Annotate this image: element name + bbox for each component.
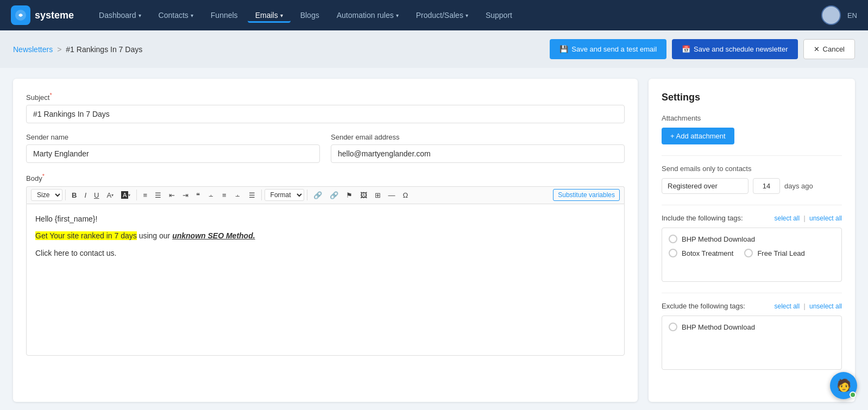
cancel-button[interactable]: ✕ Cancel [803, 39, 855, 59]
language-selector[interactable]: EN [847, 11, 857, 20]
divider [662, 205, 842, 205]
chat-widget[interactable]: 🧑 [830, 372, 857, 399]
nav-support[interactable]: Support [478, 8, 520, 23]
size-select[interactable]: Size [31, 189, 62, 201]
include-select-all-link[interactable]: select all [774, 215, 800, 222]
logo-name: systeme [35, 10, 74, 21]
toolbar-divider [261, 190, 262, 200]
exclude-unselect-all-link[interactable]: unselect all [809, 302, 842, 310]
exclude-tag-bhp-label: BHP Method Download [682, 323, 755, 331]
special-char-button[interactable]: Ω [400, 189, 412, 201]
registered-over-input[interactable] [662, 178, 749, 194]
substitute-variables-button[interactable]: Substitute variables [553, 189, 620, 201]
nav-dashboard[interactable]: Dashboard ▾ [91, 8, 149, 23]
send-condition-section: Send emails only to contacts days ago [662, 165, 842, 194]
logo[interactable]: systeme [11, 5, 74, 25]
include-unselect-all-link[interactable]: unselect all [809, 215, 842, 222]
sender-name-label: Sender name [26, 133, 320, 141]
nav-automation[interactable]: Automation rules ▾ [329, 8, 406, 23]
italic-button[interactable]: I [81, 189, 90, 201]
nav-contacts[interactable]: Contacts ▾ [151, 8, 201, 23]
underline-button[interactable]: U [91, 189, 102, 201]
nav-funnels[interactable]: Funnels [203, 8, 246, 23]
middle-text: using our [139, 231, 172, 240]
sender-name-group: Sender name [26, 133, 320, 163]
toolbar-divider [136, 190, 137, 200]
sender-name-input[interactable] [26, 144, 320, 163]
format-select[interactable]: Format [265, 189, 304, 201]
nav-emails[interactable]: Emails ▾ [248, 8, 291, 23]
add-attachment-button[interactable]: + Add attachment [662, 128, 734, 144]
sender-email-label: Sender email address [331, 133, 625, 141]
days-ago-label: days ago [784, 182, 813, 190]
breadcrumb-parent[interactable]: Newsletters [13, 45, 53, 54]
breadcrumb: Newsletters > #1 Rankings In 7 Days [13, 45, 142, 54]
exclude-tags-label: Exclude the following tags: [662, 302, 745, 310]
action-bar: Newsletters > #1 Rankings In 7 Days 💾 Sa… [0, 30, 868, 68]
save-icon: 💾 [559, 45, 568, 53]
link-button[interactable]: 🔗 [310, 189, 325, 201]
justify-button[interactable]: ☰ [246, 189, 259, 201]
align-center-button[interactable]: ≡ [219, 189, 230, 201]
close-icon: ✕ [814, 45, 820, 53]
bold-button[interactable]: B [68, 189, 80, 201]
include-tag-row-2: Botox Treatment Free Trial Lead [669, 249, 835, 263]
include-tag-bhp-label: BHP Method Download [682, 235, 755, 243]
ordered-list-button[interactable]: ≡ [140, 189, 150, 201]
editor-body[interactable]: Hello {first_name}! Get Your site ranked… [26, 204, 625, 356]
exclude-tags-section: Exclude the following tags: select all |… [662, 302, 842, 370]
include-tags-label: Include the following tags: [662, 214, 743, 222]
action-buttons: 💾 Save and send a test email 📅 Save and … [550, 39, 855, 59]
nav-product-sales[interactable]: Product/Sales ▾ [408, 8, 476, 23]
sender-email-input[interactable] [331, 144, 625, 163]
unlink-button[interactable]: 🔗 [326, 189, 342, 201]
nav-blogs[interactable]: Blogs [293, 8, 327, 23]
font-color-button[interactable]: A ▾ [103, 189, 117, 201]
chat-icon: 🧑 [836, 379, 851, 393]
align-right-button[interactable]: ⫠ [231, 189, 244, 201]
subject-input[interactable] [26, 105, 625, 123]
outdent-button[interactable]: ⇤ [166, 189, 178, 201]
breadcrumb-current: #1 Rankings In 7 Days [66, 45, 142, 54]
indent-button[interactable]: ⇥ [179, 189, 192, 201]
include-tag-botox-radio[interactable] [669, 249, 677, 257]
nav-items: Dashboard ▾ Contacts ▾ Funnels Emails ▾ … [91, 8, 817, 23]
avatar[interactable] [821, 5, 841, 25]
exclude-select-all-link[interactable]: select all [774, 302, 800, 310]
exclude-tags-links: select all | unselect all [774, 302, 842, 310]
link-text: unknown SEO Method. [172, 231, 255, 240]
unordered-list-button[interactable]: ☰ [152, 189, 165, 201]
nav-right: EN [821, 5, 857, 25]
save-test-email-button[interactable]: 💾 Save and send a test email [550, 39, 666, 59]
main-content: Subject* Sender name Sender email addres… [0, 68, 868, 410]
chevron-down-icon: ▾ [466, 12, 468, 18]
attachments-label: Attachments [662, 114, 842, 122]
save-schedule-button[interactable]: 📅 Save and schedule newsletter [672, 39, 797, 59]
editor-toolbar: Size B I U A ▾ A ▾ ≡ ☰ [26, 186, 625, 204]
exclude-tag-bhp-radio[interactable] [669, 323, 677, 331]
chevron-down-icon: ▾ [191, 12, 193, 18]
highlight-color-button[interactable]: A ▾ [118, 189, 134, 201]
flag-button[interactable]: ⚑ [343, 189, 356, 201]
attachments-section: Attachments + Add attachment [662, 114, 842, 144]
days-input[interactable] [753, 178, 780, 194]
toolbar-divider [65, 190, 66, 200]
include-tag-botox: Botox Treatment [669, 249, 733, 257]
blockquote-button[interactable]: ❝ [193, 189, 203, 201]
body-label: Body* [26, 173, 625, 182]
body-group: Body* Size B I U A ▾ A ▾ [26, 173, 625, 355]
divider [662, 293, 842, 293]
exclude-tag-bhp: BHP Method Download [669, 323, 835, 331]
include-tag-free-trial-radio[interactable] [744, 249, 753, 257]
subject-label: Subject* [26, 92, 625, 102]
sender-email-group: Sender email address [331, 133, 625, 163]
image-button[interactable]: 🖼 [357, 189, 370, 201]
include-tag-bhp-radio[interactable] [669, 235, 677, 243]
editor-line-3: Click here to contact us. [35, 247, 615, 260]
send-condition-row: days ago [662, 178, 842, 194]
table-button[interactable]: ⊞ [372, 189, 384, 201]
send-condition-label: Send emails only to contacts [662, 165, 842, 173]
align-left-button[interactable]: ⫠ [204, 189, 218, 201]
hr-button[interactable]: — [385, 189, 399, 201]
include-tags-links: select all | unselect all [774, 215, 842, 222]
